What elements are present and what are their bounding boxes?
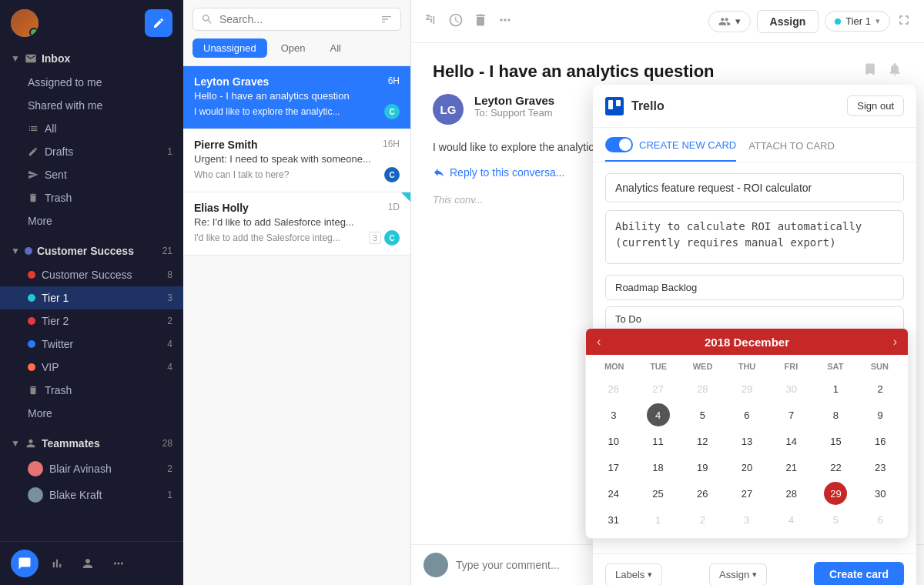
calendar-day[interactable]: 9 [869, 403, 892, 426]
create-card-toggle[interactable] [605, 137, 633, 152]
filter-icon[interactable] [380, 13, 393, 25]
avatar[interactable] [11, 9, 38, 37]
inbox-section-header[interactable]: ▼ Inbox [0, 46, 183, 71]
sidebar-item-cs-sub[interactable]: Customer Success 8 [0, 263, 183, 286]
blake-count: 1 [167, 490, 172, 500]
calendar-day[interactable]: 11 [647, 430, 670, 453]
sidebar-item-blair[interactable]: Blair Avinash 2 [0, 456, 183, 482]
calendar-day[interactable]: 17 [602, 456, 625, 479]
sidebar-item-vip[interactable]: VIP 4 [0, 356, 183, 379]
calendar-day[interactable]: 10 [602, 430, 625, 453]
sidebar-item-tier1[interactable]: Tier 1 3 [0, 286, 183, 309]
calendar-day[interactable]: 5 [691, 403, 714, 426]
calendar-day[interactable]: 29 [824, 482, 847, 505]
tier2-count: 2 [167, 316, 172, 326]
calendar-day[interactable]: 8 [824, 403, 847, 426]
calendar-day[interactable]: 30 [780, 377, 803, 400]
email-item-3[interactable]: Elias Holly 1D Re: I'd like to add Sales… [183, 192, 410, 256]
calendar-day[interactable]: 5 [824, 508, 847, 531]
calendar-day[interactable]: 20 [735, 456, 758, 479]
sidebar-item-tier2[interactable]: Tier 2 2 [0, 309, 183, 333]
calendar-day[interactable]: 21 [780, 456, 803, 479]
calendar-day[interactable]: 14 [780, 430, 803, 453]
email-item-2[interactable]: Pierre Smith 16H Urgent: I need to speak… [183, 129, 410, 192]
tab-attach-card[interactable]: ATTACH TO CARD [748, 137, 835, 162]
sidebar-item-sent[interactable]: Sent [0, 163, 183, 186]
sidebar-item-all[interactable]: All [0, 117, 183, 140]
calendar-day[interactable]: 1 [647, 508, 670, 531]
create-card-button[interactable]: Create card [814, 562, 904, 585]
cal-day-sat: SAT [813, 359, 857, 373]
calendar-day[interactable]: 19 [691, 456, 714, 479]
sidebar-item-twitter[interactable]: Twitter 4 [0, 333, 183, 356]
sidebar-header [0, 0, 183, 46]
calendar-day[interactable]: 22 [824, 456, 847, 479]
calendar-day[interactable]: 15 [824, 430, 847, 453]
search-input[interactable] [219, 13, 374, 25]
stats-icon[interactable] [45, 551, 69, 576]
labels-button[interactable]: Labels ▾ [605, 563, 662, 586]
calendar-day[interactable]: 26 [602, 377, 625, 400]
cal-next-button[interactable]: › [893, 335, 897, 349]
cal-day-tue: TUE [636, 359, 680, 373]
customer-success-section-header[interactable]: ▼ Customer Success 21 [0, 239, 183, 263]
teammates-count: 28 [162, 438, 172, 449]
teammates-section-header[interactable]: ▼ Teammates 28 [0, 431, 183, 456]
email-item-1[interactable]: Leyton Graves 6H Hello - I have an analy… [183, 66, 410, 129]
more-dots-icon[interactable] [106, 551, 131, 576]
card-desc-textarea[interactable]: Ability to calculate ROI automatically (… [605, 210, 904, 264]
calendar-day[interactable]: 28 [780, 482, 803, 505]
calendar-day[interactable]: 29 [735, 377, 758, 400]
calendar-day[interactable]: 7 [780, 403, 803, 426]
calendar-day[interactable]: 13 [735, 430, 758, 453]
list-input[interactable] [605, 275, 904, 300]
calendar-day[interactable]: 24 [602, 482, 625, 505]
email-sender-1: Leyton Graves [194, 75, 269, 88]
all-label: All [45, 122, 172, 135]
calendar-day[interactable]: 30 [869, 482, 892, 505]
tab-unassigned[interactable]: Unassigned [192, 38, 267, 58]
card-title-input[interactable] [605, 173, 904, 202]
calendar-day[interactable]: 3 [735, 508, 758, 531]
calendar-day[interactable]: 27 [735, 482, 758, 505]
calendar-day[interactable]: 18 [647, 456, 670, 479]
tab-create-card[interactable]: CREATE NEW CARD [605, 137, 736, 162]
calendar-day[interactable]: 28 [691, 377, 714, 400]
blair-count: 2 [167, 463, 172, 474]
sidebar-item-assigned-to-me[interactable]: Assigned to me [0, 71, 183, 94]
calendar-day[interactable]: 23 [869, 456, 892, 479]
calendar-day[interactable]: 6 [869, 508, 892, 531]
calendar-day[interactable]: 4 [780, 508, 803, 531]
calendar-day[interactable]: 25 [647, 482, 670, 505]
search-icon [201, 13, 213, 25]
calendar-day[interactable]: 12 [691, 430, 714, 453]
calendar-day[interactable]: 3 [602, 403, 625, 426]
calendar-day[interactable]: 16 [869, 430, 892, 453]
calendar-day[interactable]: 6 [735, 403, 758, 426]
modal-tabs: CREATE NEW CARD ATTACH TO CARD [593, 128, 916, 162]
sidebar-item-blake[interactable]: Blake Kraft 1 [0, 482, 183, 508]
cal-prev-button[interactable]: ‹ [597, 335, 601, 349]
calendar-day[interactable]: 2 [691, 508, 714, 531]
tab-open[interactable]: Open [270, 38, 316, 58]
signout-button[interactable]: Sign out [847, 95, 904, 116]
search-bar[interactable] [192, 8, 401, 31]
compose-button[interactable] [145, 9, 172, 37]
sidebar-item-more[interactable]: More [0, 209, 183, 232]
sidebar-item-trash[interactable]: Trash [0, 186, 183, 209]
calendar-day[interactable]: 31 [602, 508, 625, 531]
assign-footer-button[interactable]: Assign ▾ [709, 563, 767, 586]
calendar-day[interactable]: 2 [869, 377, 892, 400]
calendar-day[interactable]: 26 [691, 482, 714, 505]
sidebar-item-drafts[interactable]: Drafts 1 [0, 140, 183, 163]
calendar-day[interactable]: 4 [647, 403, 670, 426]
profile-icon[interactable] [75, 551, 100, 576]
tab-all[interactable]: All [319, 38, 351, 58]
calendar-day[interactable]: 27 [647, 377, 670, 400]
chat-icon[interactable] [11, 550, 38, 577]
sidebar-item-shared-with-me[interactable]: Shared with me [0, 94, 183, 117]
calendar-day[interactable]: 1 [824, 377, 847, 400]
sidebar-item-more2[interactable]: More [0, 402, 183, 425]
toggle-knob [619, 139, 631, 151]
sidebar-item-trash2[interactable]: Trash [0, 379, 183, 402]
